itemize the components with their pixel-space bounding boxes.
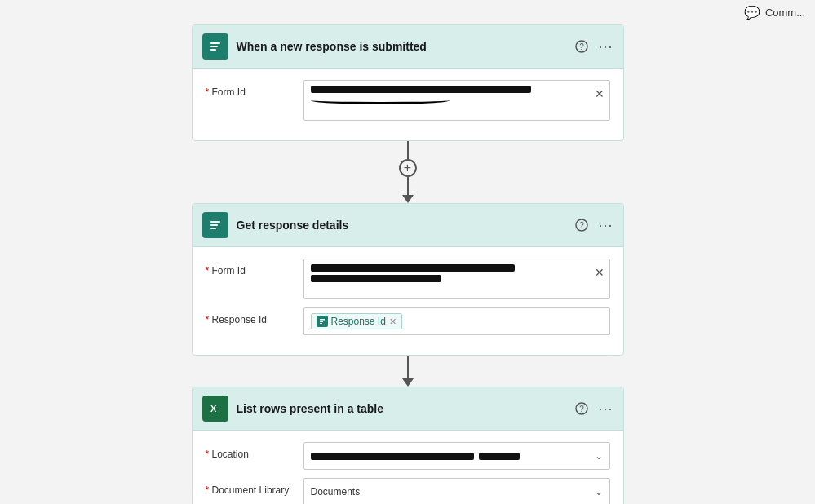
field-input-location[interactable]: ⌄ bbox=[303, 442, 610, 470]
clear-button-2[interactable]: ✕ bbox=[595, 266, 605, 279]
location-dropdown-btn[interactable]: ⌄ bbox=[595, 450, 603, 462]
field-location: * Location ⌄ bbox=[206, 442, 610, 470]
svg-rect-9 bbox=[210, 228, 216, 229]
top-bar: 💬 Comm... bbox=[734, 0, 815, 25]
forms-icon-2 bbox=[202, 212, 228, 238]
response-id-token: Response Id ✕ bbox=[311, 313, 402, 329]
field-form-id-1: * Form Id ✕ bbox=[206, 80, 610, 121]
canvas: 💬 Comm... When a new response is submitt… bbox=[0, 0, 815, 504]
field-label-location: * Location bbox=[206, 442, 295, 460]
card-list-rows-actions: ? ··· bbox=[575, 400, 613, 418]
field-response-id: * Response Id Response Id bbox=[206, 307, 610, 335]
help-button-1[interactable]: ? bbox=[575, 40, 588, 53]
comment-icon: 💬 bbox=[744, 5, 760, 20]
clear-button-1[interactable]: ✕ bbox=[595, 87, 605, 100]
redacted-line-1a bbox=[311, 86, 531, 93]
redacted-line-2a bbox=[311, 264, 515, 272]
card-get-response-title: Get response details bbox=[237, 219, 568, 232]
redacted-squiggle-1 bbox=[311, 96, 450, 104]
field-label-form-id-1: * Form Id bbox=[206, 80, 295, 98]
connector-line-1b bbox=[407, 177, 409, 195]
card-when-response: When a new response is submitted ? ··· *… bbox=[192, 24, 624, 141]
connector-line-1a bbox=[407, 141, 409, 159]
document-library-value: Documents bbox=[311, 486, 361, 497]
token-label: Response Id bbox=[331, 316, 386, 327]
card-list-rows-title: List rows present in a table bbox=[237, 402, 568, 415]
connector-2 bbox=[402, 356, 414, 387]
document-library-dropdown-btn[interactable]: ⌄ bbox=[595, 486, 603, 497]
add-step-button-1[interactable]: + bbox=[399, 159, 417, 177]
svg-rect-14 bbox=[320, 321, 323, 323]
svg-rect-15 bbox=[320, 323, 322, 324]
svg-rect-7 bbox=[210, 221, 220, 223]
field-input-response-id[interactable]: Response Id ✕ bbox=[303, 307, 610, 335]
more-button-3[interactable]: ··· bbox=[598, 400, 613, 418]
more-button-2[interactable]: ··· bbox=[598, 217, 613, 234]
help-button-2[interactable]: ? bbox=[575, 219, 588, 232]
field-form-id-2: * Form Id ✕ bbox=[206, 259, 610, 299]
token-close-button[interactable]: ✕ bbox=[389, 316, 396, 327]
connector-arrow-2 bbox=[402, 378, 414, 387]
svg-rect-13 bbox=[320, 319, 325, 321]
card-when-response-body: * Form Id ✕ bbox=[193, 69, 623, 140]
svg-text:X: X bbox=[210, 404, 217, 413]
card-when-response-actions: ? ··· bbox=[575, 38, 613, 55]
svg-text:?: ? bbox=[580, 405, 585, 413]
card-when-response-header: When a new response is submitted ? ··· bbox=[193, 25, 623, 69]
svg-rect-8 bbox=[210, 224, 218, 226]
card-list-rows-body: * Location ⌄ * Document Library Document… bbox=[193, 431, 623, 504]
card-get-response-header: Get response details ? ··· bbox=[193, 204, 623, 247]
connector-1: + bbox=[399, 141, 417, 203]
svg-text:?: ? bbox=[580, 221, 585, 230]
field-label-form-id-2: * Form Id bbox=[206, 259, 295, 276]
card-list-rows: X List rows present in a table ? ··· * L… bbox=[192, 387, 624, 504]
card-get-response-body: * Form Id ✕ * Response Id bbox=[193, 247, 623, 355]
field-input-document-library[interactable]: Documents ⌄ bbox=[303, 478, 610, 504]
more-button-1[interactable]: ··· bbox=[598, 38, 613, 55]
help-button-3[interactable]: ? bbox=[575, 402, 588, 415]
field-input-form-id-2[interactable]: ✕ bbox=[303, 259, 610, 299]
comment-label[interactable]: Comm... bbox=[765, 7, 805, 19]
field-document-library: * Document Library Documents ⌄ bbox=[206, 478, 610, 504]
svg-rect-2 bbox=[210, 46, 218, 47]
field-label-response-id: * Response Id bbox=[206, 307, 295, 325]
svg-rect-1 bbox=[210, 42, 220, 44]
card-get-response: Get response details ? ··· * Form Id ✕ bbox=[192, 203, 624, 356]
redacted-line-2b bbox=[311, 275, 441, 282]
field-input-form-id-1[interactable]: ✕ bbox=[303, 80, 610, 121]
connector-arrow-1 bbox=[402, 195, 414, 203]
excel-icon: X bbox=[202, 396, 228, 422]
location-redacted bbox=[311, 453, 520, 460]
svg-rect-3 bbox=[210, 49, 216, 51]
svg-text:?: ? bbox=[580, 42, 585, 51]
field-label-document-library: * Document Library bbox=[206, 478, 295, 496]
forms-icon-1 bbox=[202, 33, 228, 60]
card-list-rows-header: X List rows present in a table ? ··· bbox=[193, 387, 623, 431]
token-icon bbox=[317, 316, 328, 327]
connector-line-2 bbox=[407, 356, 409, 378]
card-get-response-actions: ? ··· bbox=[575, 217, 613, 234]
card-when-response-title: When a new response is submitted bbox=[237, 40, 568, 53]
